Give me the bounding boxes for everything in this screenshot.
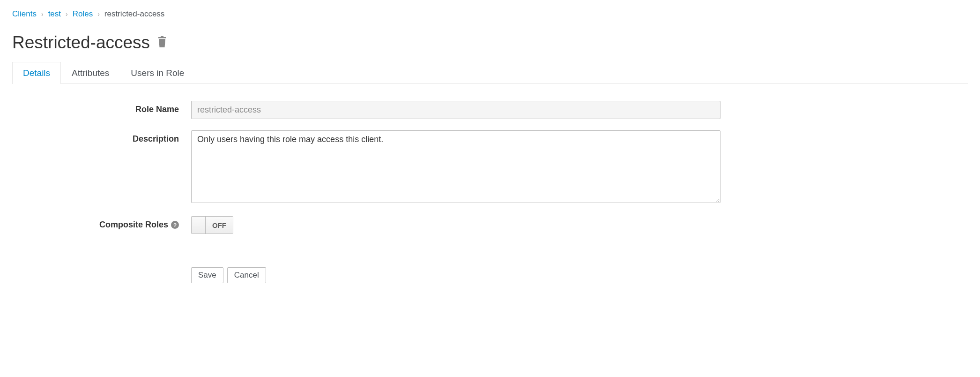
chevron-right-icon: › (97, 10, 100, 18)
svg-rect-1 (161, 36, 163, 37)
composite-roles-label: Composite Roles ? (12, 216, 191, 230)
chevron-right-icon: › (66, 10, 68, 18)
chevron-right-icon: › (41, 10, 44, 18)
tabs: Details Attributes Users in Role (12, 62, 968, 84)
form-group-description: Description (12, 130, 968, 205)
composite-roles-toggle[interactable]: OFF (191, 216, 233, 234)
toggle-handle (192, 217, 206, 234)
breadcrumb-clients[interactable]: Clients (12, 9, 37, 19)
description-textarea[interactable] (191, 130, 720, 203)
form-group-composite-roles: Composite Roles ? OFF (12, 216, 968, 235)
svg-text:?: ? (173, 222, 177, 228)
role-name-input (191, 101, 720, 119)
page-header: Restricted-access (12, 33, 968, 53)
cancel-button[interactable]: Cancel (227, 267, 266, 283)
toggle-state-label: OFF (206, 217, 233, 234)
tab-attributes[interactable]: Attributes (61, 62, 120, 84)
tab-details[interactable]: Details (12, 62, 61, 84)
breadcrumb-test[interactable]: test (48, 9, 61, 19)
save-button[interactable]: Save (191, 267, 223, 283)
svg-rect-0 (158, 37, 166, 38)
breadcrumb-current: restricted-access (104, 9, 164, 19)
details-form: Role Name Description Composite Roles ? … (12, 101, 968, 283)
help-icon[interactable]: ? (171, 221, 179, 229)
tab-users-in-role[interactable]: Users in Role (120, 62, 195, 84)
form-group-role-name: Role Name (12, 101, 968, 119)
breadcrumb-roles[interactable]: Roles (73, 9, 93, 19)
description-label: Description (12, 130, 191, 144)
breadcrumb: Clients › test › Roles › restricted-acce… (12, 9, 968, 19)
trash-icon[interactable] (156, 36, 168, 50)
role-name-label: Role Name (12, 101, 191, 114)
composite-roles-label-text: Composite Roles (99, 220, 168, 230)
page-title: Restricted-access (12, 33, 150, 53)
form-actions-row: Save Cancel (12, 247, 968, 283)
